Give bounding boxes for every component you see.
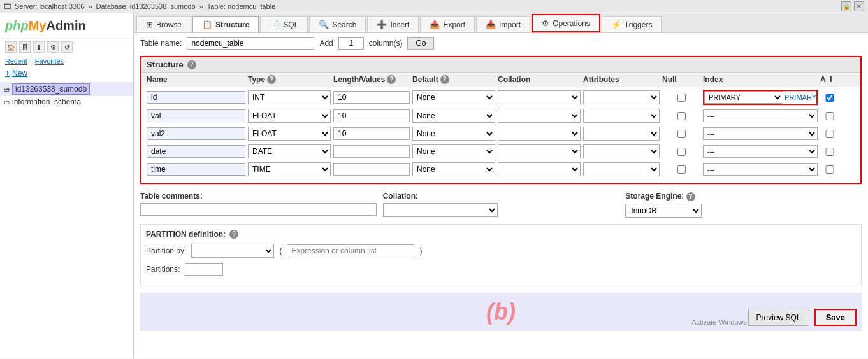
index-select-val[interactable]: ---PRIMARYUNIQUEINDEX	[703, 109, 818, 122]
attr-id[interactable]	[583, 90, 660, 104]
field-name-time[interactable]	[147, 163, 245, 176]
partition-count-input[interactable]	[185, 263, 223, 276]
ai-check-val[interactable]	[820, 112, 839, 120]
table-row: INTFLOATDATETIME None ---PRIMARYUNIQUEIN…	[147, 162, 855, 176]
attr-date[interactable]	[583, 144, 660, 158]
ai-check-time[interactable]	[820, 165, 839, 174]
default-select-id[interactable]: NoneAs definedNULL	[412, 90, 495, 104]
ai-check-id[interactable]	[820, 94, 839, 102]
index-select-date[interactable]: ---PRIMARYUNIQUEINDEX	[703, 145, 818, 158]
null-check-id[interactable]	[677, 94, 686, 102]
go-button[interactable]: Go	[407, 37, 434, 50]
table-name-input[interactable]	[187, 37, 314, 50]
type-select-id[interactable]: INTFLOATDATETIMEVARCHAR	[248, 90, 331, 104]
header-type: Type ?	[248, 75, 331, 84]
settings-icon[interactable]: ⚙	[47, 41, 59, 53]
partition-help-icon[interactable]: ?	[229, 230, 238, 239]
db-item-info[interactable]: 🗁 information_schema	[0, 96, 133, 108]
lock-icon[interactable]: 🔒	[841, 1, 851, 11]
comments-input[interactable]	[140, 203, 377, 216]
attr-val[interactable]	[583, 109, 660, 123]
default-help-icon[interactable]: ?	[440, 75, 449, 84]
null-check-date[interactable]	[677, 148, 686, 156]
collation-val[interactable]	[498, 109, 581, 123]
col-count-input[interactable]	[338, 37, 364, 50]
tab-triggers[interactable]: ⚡ Triggers	[602, 16, 662, 32]
tab-sql[interactable]: 📄 SQL	[260, 16, 308, 32]
partition-expr-input[interactable]	[287, 244, 414, 257]
attr-val2[interactable]	[583, 127, 660, 141]
tab-sql-label: SQL	[283, 20, 298, 29]
partition-by-select[interactable]: HASH KEY LIST RANGE	[191, 244, 274, 258]
length-id[interactable]	[333, 91, 410, 104]
field-name-val[interactable]	[147, 109, 245, 122]
length-help-icon[interactable]: ?	[387, 75, 396, 84]
tab-operations[interactable]: ⚙ Operations	[532, 14, 600, 32]
tab-triggers-label: Triggers	[625, 20, 653, 29]
tab-browse[interactable]: ⊞ Browse	[136, 16, 191, 32]
storage-engine-select[interactable]: InnoDB MyISAM	[625, 204, 702, 218]
null-check-val2[interactable]	[677, 130, 686, 138]
storage-help-icon[interactable]: ?	[686, 192, 695, 201]
length-date[interactable]	[333, 145, 410, 158]
collation-val2[interactable]	[498, 127, 581, 141]
attr-time[interactable]	[583, 162, 660, 176]
content-area: Table name: Add column(s) Go Structure ?…	[134, 33, 868, 358]
type-select-val2[interactable]: INTFLOATDATETIME	[248, 127, 331, 141]
info-icon[interactable]: ℹ	[33, 41, 45, 53]
home-icon[interactable]: 🏠	[5, 41, 17, 53]
recent-link[interactable]: Recent	[5, 57, 27, 65]
header-collation: Collation	[498, 75, 581, 84]
default-select-val2[interactable]: None	[412, 127, 495, 141]
database-tree: 🗁 id13263538_sumodb 🗁 information_schema	[0, 80, 133, 110]
refresh-icon[interactable]: ↺	[61, 41, 73, 53]
primary-indicator: PRIMARY	[785, 94, 816, 101]
type-select-date[interactable]: INTFLOATDATETIME	[248, 144, 331, 158]
db-name-info: information_schema	[12, 97, 81, 106]
tab-import[interactable]: 📥 Import	[476, 16, 530, 32]
ai-check-date[interactable]	[820, 148, 839, 156]
index-select-id[interactable]: PRIMARY---UNIQUEINDEX	[704, 91, 783, 104]
type-select-time[interactable]: INTFLOATDATETIME	[248, 162, 331, 176]
new-database-link[interactable]: + New	[0, 67, 133, 80]
default-select-time[interactable]: None	[412, 162, 495, 176]
field-name-date[interactable]	[147, 145, 245, 158]
pma-logo: phpMyAdmin	[0, 13, 133, 39]
default-select-date[interactable]: None	[412, 144, 495, 158]
collation-id[interactable]	[498, 90, 581, 104]
collation-select-table[interactable]	[383, 203, 498, 217]
tab-import-label: Import	[499, 20, 521, 29]
type-help-icon[interactable]: ?	[267, 75, 276, 84]
bottom-section: (b) Activate Windows Preview SQL Save	[140, 293, 862, 331]
null-check-time[interactable]	[677, 165, 686, 174]
index-select-time[interactable]: ---PRIMARYUNIQUEINDEX	[703, 163, 818, 176]
null-check-val[interactable]	[677, 112, 686, 120]
meta-collation: Collation:	[383, 192, 619, 217]
ai-check-val2[interactable]	[820, 130, 839, 138]
length-val[interactable]	[333, 109, 410, 122]
default-select-val[interactable]: None	[412, 109, 495, 123]
preview-sql-button[interactable]: Preview SQL	[748, 309, 809, 326]
type-select-val[interactable]: INTFLOATDATETIME	[248, 109, 331, 123]
field-name-val2[interactable]	[147, 127, 245, 140]
table-name-label: Table name:	[140, 39, 182, 48]
tab-insert[interactable]: ➕ Insert	[367, 16, 419, 32]
db-icon[interactable]: 🗄	[19, 41, 31, 53]
breadcrumb-server: Server: localhost:3306	[15, 3, 84, 10]
db-selected-name[interactable]: id13263538_sumodb	[12, 83, 90, 95]
collation-date[interactable]	[498, 144, 581, 158]
length-time[interactable]	[333, 163, 410, 176]
index-select-val2[interactable]: ---PRIMARYUNIQUEINDEX	[703, 127, 818, 140]
tab-structure[interactable]: 📋 Structure	[192, 16, 259, 32]
tab-search[interactable]: 🔍 Search	[309, 16, 366, 32]
close-window-button[interactable]: ✕	[854, 1, 864, 11]
structure-help-icon[interactable]: ?	[187, 60, 196, 69]
length-val2[interactable]	[333, 127, 410, 140]
index-cell-val2: ---PRIMARYUNIQUEINDEX	[703, 127, 818, 140]
save-button[interactable]: Save	[814, 309, 857, 326]
favorites-link[interactable]: Favorites	[35, 57, 64, 65]
db-item-selected[interactable]: 🗁 id13263538_sumodb	[0, 82, 133, 96]
field-name-id[interactable]	[147, 91, 245, 104]
tab-export[interactable]: 📤 Export	[420, 16, 475, 32]
collation-time[interactable]	[498, 162, 581, 176]
